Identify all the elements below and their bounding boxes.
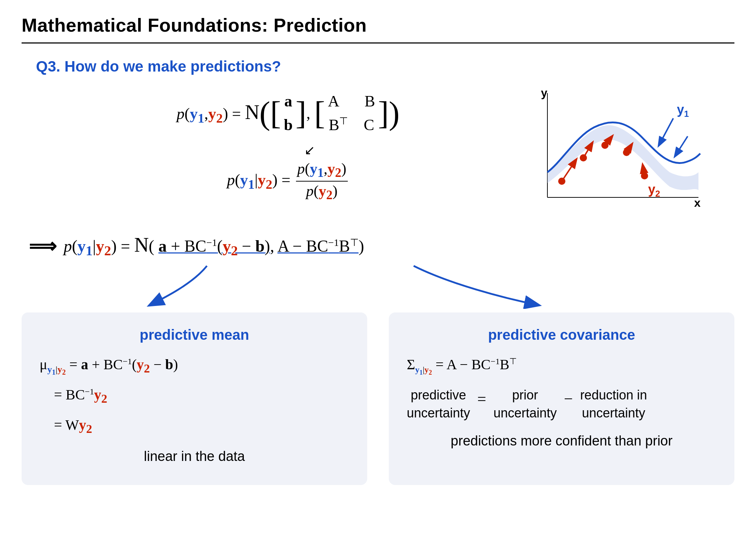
reduction-label: reduction in uncertainty (580, 386, 647, 422)
uncertainty-equation: predictive uncertainty = prior uncertain… (407, 386, 716, 422)
predictive-covariance-footer: predictions more confident than prior (407, 433, 716, 449)
gp-chart: y x y1 y2 (533, 90, 706, 219)
mean-formula-2: = BC−1y2 (40, 384, 349, 408)
equals-symbol: = (477, 386, 486, 408)
arrow-down: ↙ (304, 143, 315, 158)
connector-arrows (22, 262, 734, 309)
prior-uncertainty-label: prior uncertainty (493, 386, 557, 422)
predictive-covariance-box: predictive covariance Σy1|y2 = A − BC−1B… (389, 312, 734, 485)
mean-formula-1: μy1|y2 = a + BC−1(y2 − b) (40, 354, 349, 378)
formula-joint: p(y1,y2) = N ( [ a b ] , [ AB B⊤C ] ) (177, 90, 400, 137)
title-divider (22, 42, 734, 44)
predictive-uncertainty-label: predictive uncertainty (407, 386, 470, 422)
mean-formula-3: = Wy2 (40, 414, 349, 438)
formula-conditional: p(y1|y2) = p(y1,y2) p(y2) (227, 160, 349, 203)
bottom-boxes: predictive mean μy1|y2 = a + BC−1(y2 − b… (22, 312, 734, 485)
svg-text:x: x (694, 196, 701, 209)
implication-formula: ⟹ p(y1|y2) = N( a + BC−1(y2 − b), A − BC… (29, 233, 734, 259)
predictive-mean-box: predictive mean μy1|y2 = a + BC−1(y2 − b… (22, 312, 367, 485)
predictive-mean-footer: linear in the data (40, 449, 349, 464)
svg-text:y2: y2 (648, 182, 660, 198)
svg-text:y: y (541, 90, 547, 99)
question-text: Q3. How do we make predictions? (36, 58, 734, 75)
predictive-covariance-title: predictive covariance (407, 327, 716, 343)
svg-line-9 (659, 118, 673, 145)
svg-text:y1: y1 (677, 102, 689, 119)
page-title: Mathematical Foundations: Prediction (22, 14, 734, 36)
minus-symbol: − (564, 386, 573, 408)
cov-formula: Σy1|y2 = A − BC−1B⊤ (407, 354, 716, 378)
predictive-mean-title: predictive mean (40, 327, 349, 343)
svg-line-10 (675, 136, 688, 156)
